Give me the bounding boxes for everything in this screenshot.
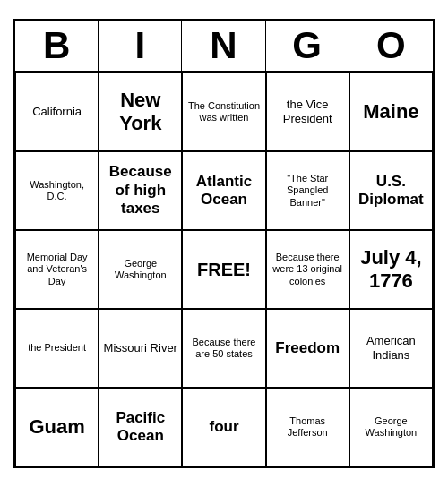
bingo-cell: Because of high taxes xyxy=(99,151,182,230)
bingo-cell: Because there were 13 original colonies xyxy=(266,230,349,309)
bingo-letter: G xyxy=(266,21,349,71)
bingo-cell: Washington, D.C. xyxy=(15,151,99,230)
bingo-cell: Memorial Day and Veteran's Day xyxy=(15,230,99,309)
bingo-cell: U.S. Diplomat xyxy=(349,151,433,230)
bingo-cell: New York xyxy=(99,73,182,151)
bingo-grid: CaliforniaNew YorkThe Constitution was w… xyxy=(15,73,433,466)
bingo-cell: Pacific Ocean xyxy=(99,388,182,466)
bingo-cell: George Washington xyxy=(99,230,182,309)
bingo-cell: four xyxy=(182,388,265,466)
bingo-cell: Freedom xyxy=(266,309,349,388)
bingo-card: BINGO CaliforniaNew YorkThe Constitution… xyxy=(13,19,435,468)
bingo-cell: "The Star Spangled Banner" xyxy=(266,151,349,230)
bingo-cell: Missouri River xyxy=(99,309,182,388)
bingo-cell: American Indians xyxy=(349,309,433,388)
bingo-letter: B xyxy=(15,21,99,71)
bingo-header: BINGO xyxy=(15,21,433,73)
bingo-cell: the Vice President xyxy=(266,73,349,151)
bingo-cell: Guam xyxy=(15,388,99,466)
bingo-cell: FREE! xyxy=(182,230,265,309)
bingo-cell: The Constitution was written xyxy=(182,73,265,151)
bingo-cell: July 4, 1776 xyxy=(349,230,433,309)
bingo-letter: I xyxy=(99,21,182,71)
bingo-cell: Atlantic Ocean xyxy=(182,151,265,230)
bingo-cell: Maine xyxy=(349,73,433,151)
bingo-cell: Thomas Jefferson xyxy=(266,388,349,466)
bingo-letter: N xyxy=(182,21,265,71)
bingo-cell: Because there are 50 states xyxy=(182,309,265,388)
bingo-cell: California xyxy=(15,73,99,151)
bingo-letter: O xyxy=(349,21,433,71)
bingo-cell: George Washington xyxy=(349,388,433,466)
bingo-cell: the President xyxy=(15,309,99,388)
